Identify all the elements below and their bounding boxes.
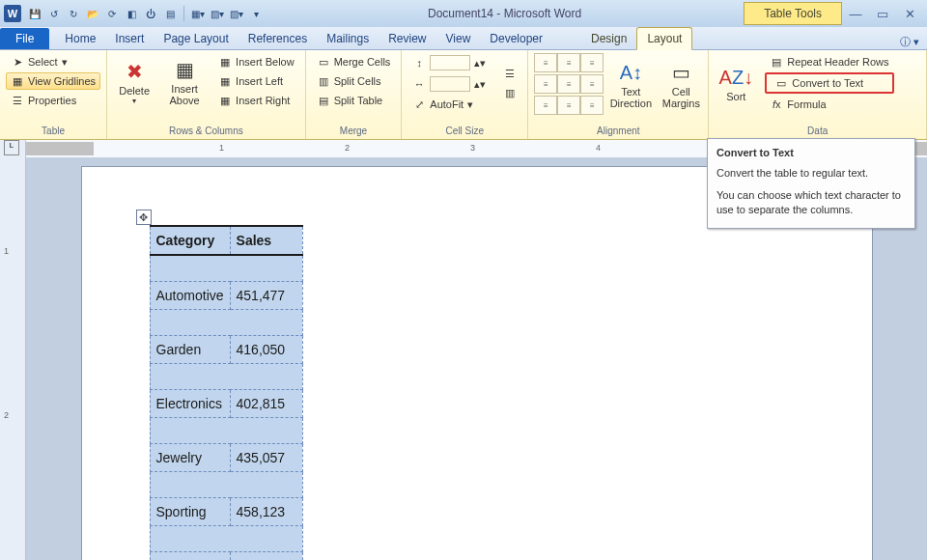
align-mr-icon[interactable]: ≡ [580, 74, 604, 94]
close-button[interactable]: ✕ [896, 4, 923, 23]
table-cell[interactable]: 435,057 [230, 444, 302, 472]
power-icon[interactable]: ⏻ [142, 5, 159, 22]
align-br-icon[interactable]: ≡ [580, 96, 604, 115]
tab-mailings[interactable]: Mailings [317, 28, 379, 49]
title-bar: W 💾 ↺ ↻ 📂 ⟳ ◧ ⏻ ▤ ▦▾ ▧▾ ▨▾ ▾ Document14 … [0, 0, 927, 27]
repeat-header-icon: ▤ [770, 55, 783, 69]
delete-button[interactable]: ✖Delete▾ [113, 58, 155, 105]
align-ml-icon[interactable]: ≡ [534, 74, 557, 94]
vertical-ruler[interactable]: L 123 [0, 140, 26, 560]
align-tc-icon[interactable]: ≡ [557, 53, 580, 72]
data-table[interactable]: CategorySalesAutomotive451,477Garden416,… [150, 225, 303, 560]
table-cell[interactable]: 428,496 [230, 552, 302, 561]
formula-label: Formula [787, 98, 826, 110]
save-icon[interactable]: 💾 [26, 5, 43, 22]
align-mc-icon[interactable]: ≡ [557, 74, 580, 94]
table-cell[interactable]: Sporting [150, 498, 230, 526]
autofit-button[interactable]: ⤢AutoFit ▾ [407, 96, 491, 113]
align-bl-icon[interactable]: ≡ [534, 96, 557, 115]
table-row[interactable]: Jewelry435,057 [150, 444, 302, 472]
table-header-cell[interactable]: Category [150, 226, 230, 255]
text-direction-button[interactable]: A↕Text Direction [609, 59, 652, 109]
insert-above-label: Insert Above [163, 83, 206, 106]
insert-chart-icon[interactable]: ▦▾ [189, 5, 207, 22]
align-tl-icon[interactable]: ≡ [534, 53, 557, 72]
insert-below-button[interactable]: ▦Insert Below [213, 53, 299, 70]
tab-insert[interactable]: Insert [105, 28, 154, 49]
convert-to-text-button[interactable]: ▭Convert to Text [765, 72, 893, 94]
minimize-button[interactable]: — [842, 4, 869, 23]
properties-button[interactable]: ☰Properties [6, 92, 100, 109]
distribute-cols-button[interactable]: ▥ [498, 84, 521, 101]
tab-review[interactable]: Review [379, 28, 435, 49]
qat-customize-icon[interactable]: ▾ [247, 5, 265, 22]
merge-cells-button[interactable]: ▭Merge Cells [312, 53, 396, 70]
align-bc-icon[interactable]: ≡ [557, 96, 580, 115]
ruler-tick: 1 [219, 143, 224, 153]
ribbon-help-icon[interactable]: ⓘ ▾ [900, 35, 919, 49]
open-icon[interactable]: 📂 [84, 5, 101, 22]
align-tr-icon[interactable]: ≡ [580, 53, 604, 72]
table-cell[interactable]: Home [150, 552, 230, 561]
alignment-grid[interactable]: ≡≡≡ ≡≡≡ ≡≡≡ [534, 53, 602, 115]
db-icon[interactable]: ◧ [123, 5, 140, 22]
table-cell[interactable]: 416,050 [230, 336, 302, 364]
table-row[interactable]: Home428,496 [150, 552, 302, 561]
table-row[interactable]: Electronics402,815 [150, 390, 302, 418]
view-gridlines-button[interactable]: ▦View Gridlines [6, 72, 100, 90]
insert-object-icon[interactable]: ▨▾ [228, 5, 245, 22]
table-header-cell[interactable]: Sales [230, 226, 302, 255]
text-direction-label: Text Direction [609, 86, 652, 109]
formula-icon: fx [770, 98, 783, 111]
split-table-button[interactable]: ▤Split Table [312, 92, 396, 109]
delete-label: Delete [119, 85, 150, 97]
table-cell[interactable]: 451,477 [230, 282, 302, 310]
tooltip-line1: Convert the table to regular text. [716, 166, 906, 181]
select-button[interactable]: ➤Select ▾ [6, 53, 100, 70]
table-cell[interactable]: 458,123 [230, 498, 302, 526]
repeat-header-button[interactable]: ▤Repeat Header Rows [765, 53, 893, 70]
distribute-rows-button[interactable]: ☰ [498, 65, 521, 82]
table-row[interactable]: Garden416,050 [150, 336, 302, 364]
window-title: Document14 - Microsoft Word [266, 7, 744, 20]
sort-button[interactable]: AZ↓Sort [715, 64, 757, 102]
tab-page-layout[interactable]: Page Layout [154, 28, 238, 49]
merge-label: Merge Cells [334, 56, 391, 68]
formula-button[interactable]: fxFormula [765, 96, 893, 113]
table-tools-contextual-label: Table Tools [744, 2, 842, 25]
window-controls: — ▭ ✕ [842, 4, 923, 23]
properties-label: Properties [28, 95, 76, 106]
gridlines-label: View Gridlines [28, 75, 96, 87]
tab-view[interactable]: View [436, 28, 481, 49]
insert-above-button[interactable]: ▦Insert Above [163, 56, 206, 106]
tab-design[interactable]: Design [581, 28, 636, 49]
width-field[interactable]: ↔ ▴▾ [407, 74, 491, 94]
insert-left-button[interactable]: ▦Insert Left [213, 72, 299, 90]
maximize-button[interactable]: ▭ [869, 4, 896, 23]
insert-right-label: Insert Right [236, 95, 290, 106]
table-cell[interactable]: 402,815 [230, 390, 302, 418]
table-cell[interactable]: Jewelry [150, 444, 230, 472]
insert-shape-icon[interactable]: ▧▾ [209, 5, 226, 22]
chart-icon[interactable]: ▤ [161, 5, 179, 22]
ruler-corner-icon[interactable]: L [4, 140, 19, 155]
undo-icon[interactable]: ↺ [45, 5, 63, 22]
height-field[interactable]: ↕ ▴▾ [407, 53, 491, 72]
redo-icon[interactable]: ↻ [65, 5, 82, 22]
table-row[interactable]: Sporting458,123 [150, 498, 302, 526]
table-cell[interactable]: Electronics [150, 390, 230, 418]
tab-file[interactable]: File [0, 28, 49, 49]
tab-layout[interactable]: Layout [636, 27, 692, 50]
table-cell[interactable]: Garden [150, 336, 230, 364]
tab-references[interactable]: References [239, 28, 317, 49]
insert-right-button[interactable]: ▦Insert Right [213, 92, 299, 109]
width-icon: ↔ [412, 77, 426, 91]
tab-home[interactable]: Home [55, 28, 105, 49]
table-move-handle-icon[interactable]: ✥ [136, 210, 152, 225]
split-cells-button[interactable]: ▥Split Cells [312, 72, 396, 90]
table-cell[interactable]: Automotive [150, 282, 230, 310]
cell-margins-button[interactable]: ▭Cell Margins [660, 59, 702, 109]
refresh-icon[interactable]: ⟳ [103, 5, 121, 22]
tab-developer[interactable]: Developer [480, 28, 552, 49]
table-row[interactable]: Automotive451,477 [150, 282, 302, 310]
